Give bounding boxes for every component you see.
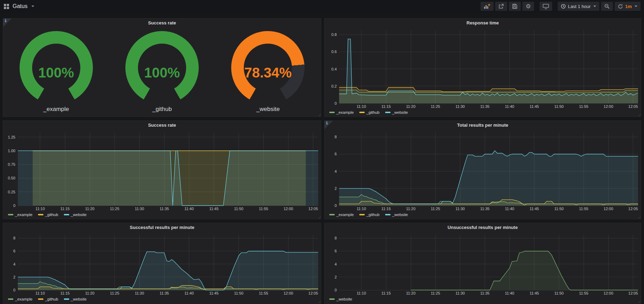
x-tick-label: 11:45 <box>530 104 539 109</box>
x-tick-label: 12:05 <box>628 104 638 109</box>
panel-title[interactable]: Successful results per minute <box>3 223 321 232</box>
legend-item-_example[interactable]: _example <box>329 110 354 114</box>
info-icon: i <box>326 121 328 125</box>
clock-icon <box>561 4 566 9</box>
x-tick-label: 11:50 <box>554 207 564 211</box>
legend-item-_website[interactable]: _website <box>385 213 408 217</box>
series-area-_website <box>18 151 318 206</box>
refresh-interval-label: 1m <box>625 4 632 9</box>
panel-info-corner[interactable]: i <box>324 121 333 129</box>
panel-info-corner[interactable]: i <box>3 18 12 27</box>
time-range-label: Last 1 hour <box>568 4 591 9</box>
x-tick-label: 11:15 <box>60 207 70 211</box>
panel-title[interactable]: Total results per minute <box>324 121 641 130</box>
x-tick-label: 11:35 <box>480 291 490 295</box>
zoom-out-icon <box>604 3 610 9</box>
legend-item-_website[interactable]: _website <box>64 213 87 217</box>
cycle-view-button[interactable] <box>540 2 552 11</box>
x-tick-label: 11:55 <box>259 291 268 295</box>
x-tick-label: 11:45 <box>209 291 219 295</box>
success-rate-chart[interactable]: 11:1011:1511:2011:2511:3011:3511:4011:45… <box>3 130 321 212</box>
y-tick-label: 4 <box>335 262 337 266</box>
y-tick-label: 1.25 <box>8 135 15 139</box>
legend-item-_github[interactable]: _github <box>359 110 380 114</box>
legend-item-_github[interactable]: _github <box>38 213 58 217</box>
caret-down-icon[interactable] <box>31 6 34 7</box>
panel-success-rate-gauges: i Success rate 100% _example 100% _githu… <box>3 18 321 117</box>
add-panel-icon <box>484 3 490 9</box>
panel-unsuccessful-results: Unsuccessful results per minute 11:1011:… <box>324 223 641 304</box>
legend-item-_github[interactable]: _github <box>38 297 58 301</box>
legend-swatch <box>359 214 365 215</box>
x-tick-label: 11:40 <box>505 291 514 295</box>
x-tick-label: 11:25 <box>431 291 440 295</box>
gauge-hole: 100% <box>32 44 80 92</box>
x-tick-label: 12:05 <box>308 291 318 295</box>
legend-item-_website[interactable]: _website <box>329 297 352 301</box>
y-tick-label: 0.8 <box>331 32 337 37</box>
y-tick-label: 0.75 <box>8 162 15 166</box>
y-tick-label: 2 <box>13 275 15 279</box>
legend-item-_website[interactable]: _website <box>385 110 408 114</box>
share-button[interactable] <box>495 2 507 11</box>
gauge-label: _github <box>152 106 172 113</box>
response-time-chart[interactable]: 11:1011:1511:2011:2511:3011:3511:4011:45… <box>324 28 641 110</box>
x-tick-label: 11:20 <box>406 104 416 109</box>
panel-title[interactable]: Unsuccessful results per minute <box>324 223 641 232</box>
chart-svg: 11:1011:1511:2011:2511:3011:3511:4011:45… <box>324 130 641 212</box>
legend-item-_example[interactable]: _example <box>329 213 354 217</box>
legend-item-_example[interactable]: _example <box>8 213 32 217</box>
x-tick-label: 11:55 <box>259 207 268 211</box>
save-icon <box>512 3 518 9</box>
x-tick-label: 11:50 <box>554 291 564 295</box>
panel-title[interactable]: Success rate <box>3 18 321 28</box>
panel-title[interactable]: Response time <box>324 18 641 28</box>
series-line-_website <box>339 39 638 96</box>
legend-item-_example[interactable]: _example <box>8 297 32 301</box>
x-tick-label: 12:00 <box>603 207 613 211</box>
x-tick-label: 11:35 <box>160 207 169 211</box>
legend-swatch <box>64 298 69 300</box>
gauge-arc: 78.34% <box>231 31 305 104</box>
tv-icon <box>543 4 549 9</box>
navbar-left: Gatus <box>3 3 34 9</box>
x-tick-label: 11:25 <box>110 291 119 295</box>
legend-label: _website <box>336 297 352 301</box>
gauge-value: 100% <box>38 65 74 81</box>
zoom-out-button[interactable] <box>601 2 613 11</box>
x-tick-label: 11:40 <box>505 104 514 109</box>
x-tick-label: 11:40 <box>184 207 194 211</box>
time-range-picker[interactable]: Last 1 hour <box>558 2 599 11</box>
y-tick-label: 8 <box>335 236 337 240</box>
panel-title[interactable]: Success rate <box>3 121 321 130</box>
legend-label: _website <box>392 110 408 114</box>
x-tick-label: 11:45 <box>530 207 539 211</box>
legend-item-_github[interactable]: _github <box>359 213 380 217</box>
x-tick-label: 11:45 <box>530 291 539 295</box>
settings-button[interactable]: ⚙ <box>522 2 534 11</box>
x-tick-label: 11:15 <box>381 291 391 295</box>
add-panel-button[interactable] <box>481 2 493 11</box>
y-tick-label: 8 <box>13 236 15 240</box>
legend-label: _github <box>366 110 380 114</box>
x-tick-label: 11:40 <box>505 207 514 211</box>
y-tick-label: 0.6 <box>331 50 337 54</box>
legend-swatch <box>8 214 13 215</box>
unsuccessful-results-chart[interactable]: 11:1011:1511:2011:2511:3011:3511:4011:45… <box>324 232 641 296</box>
total-results-chart[interactable]: 11:1011:1511:2011:2511:3011:3511:4011:45… <box>324 130 641 212</box>
dashboard-title[interactable]: Gatus <box>13 3 28 9</box>
gauge-hole: 78.34% <box>244 44 292 92</box>
dashboards-grid-icon[interactable] <box>3 3 9 9</box>
series-area-_website <box>18 251 318 290</box>
legend-label: _website <box>392 213 408 217</box>
info-icon: i <box>5 19 7 23</box>
legend-item-_website[interactable]: _website <box>64 297 87 301</box>
save-button[interactable] <box>509 2 521 11</box>
refresh-picker[interactable]: 1m <box>615 2 641 11</box>
x-tick-label: 11:25 <box>431 104 440 109</box>
settings-gear-icon: ⚙ <box>526 3 531 9</box>
x-tick-label: 11:20 <box>406 207 416 211</box>
chart-svg: 11:1011:1511:2011:2511:3011:3511:4011:45… <box>324 28 641 110</box>
successful-results-chart[interactable]: 11:1011:1511:2011:2511:3011:3511:4011:45… <box>3 232 321 296</box>
y-tick-label: 0.50 <box>8 176 15 180</box>
